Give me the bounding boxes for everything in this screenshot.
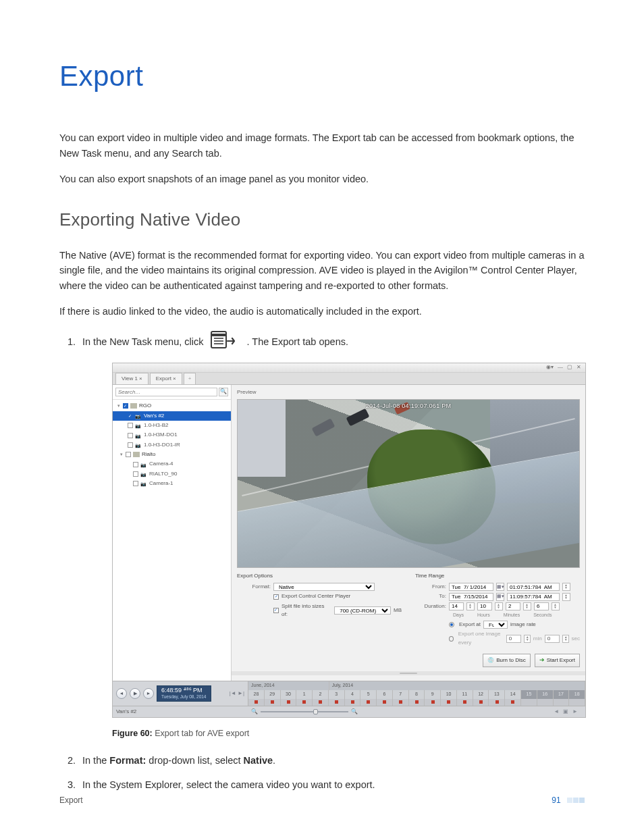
section-heading: Exporting Native Video [59,206,585,233]
from-date-input[interactable] [449,583,493,591]
timeline-track[interactable]: June, 2014 July, 2014 282930123456789101… [248,681,585,706]
duration-unit-labels: Days Hours Minutes Seconds [415,612,580,619]
export-task-icon [209,330,241,355]
duration-days[interactable] [449,602,464,610]
tree-camera[interactable]: RIALTO_90 [113,469,231,479]
section-paragraph-2: If there is audio linked to the video, t… [59,304,585,319]
tab-view1[interactable]: View 1 × [115,373,149,384]
tree-camera[interactable]: Camera-1 [113,479,231,488]
page-title: Export [59,54,585,98]
tab-bar: View 1 × Export × + [113,373,585,385]
export-player-label: Export Control Center Player [281,592,350,600]
tree-camera-selected[interactable]: Van's #2 [113,411,231,421]
tree-site[interactable]: ▾ Rialto [113,450,231,459]
figure-caption: Figure 60: Export tab for AVE export [112,727,585,740]
window-menu-icon[interactable]: ◉▾ [546,363,554,371]
tab-export[interactable]: Export × [150,373,182,384]
duration-minutes[interactable] [506,602,520,610]
preview-timestamp: 2014-Jul-08 04:19:07.061 PM [366,402,452,411]
search-icon[interactable]: 🔍 [219,388,228,396]
image-rate-select[interactable]: Full [483,621,508,629]
from-label: From: [415,583,446,591]
export-tab-screenshot: ◉▾ — ▢ ✕ View 1 × Export × + 🔍 [112,363,586,718]
step-1: In the New Task menu, click . The Export… [78,330,585,741]
system-explorer: 🔍 ▾ RGO Van's #2 1.0-H3-B2 [113,385,232,681]
start-export-button[interactable]: ➔Start Export [535,654,580,667]
tree-site[interactable]: ▾ RGO [113,401,231,411]
panel-resize-grip[interactable] [232,671,585,675]
every-spinner [524,635,531,643]
search-input[interactable] [115,388,217,396]
tree-camera[interactable]: 1.0-H3M-DO1 [113,430,231,440]
timeline-days[interactable]: 282930123456789101112131415161718 [248,690,585,699]
time-spinner[interactable] [562,583,570,591]
playback-prev-button[interactable]: ◄ [116,688,127,699]
footer-decoration [567,798,585,803]
dur-spinner[interactable] [523,602,531,610]
split-unit-label: MB [394,606,402,615]
tree-camera[interactable]: 1.0-H3-DO1-IR [113,440,231,450]
timeline-marker-icon[interactable]: ▣ [563,708,568,716]
zoom-slider[interactable] [261,711,348,712]
step-2: In the Format: drop-down list, select Na… [78,753,585,768]
page-number: 91 [552,796,560,805]
export-rate-radio[interactable] [449,622,454,627]
to-date-input[interactable] [449,593,493,601]
export-options-panel: Export Options Format: Native ✓ Export C… [237,572,402,649]
time-range-panel: Time Range From: ▦▾ To: [415,572,580,649]
every-spinner [562,635,569,643]
intro-paragraph-2: You can also export snapshots of an imag… [59,172,585,186]
tree-camera[interactable]: 1.0-H3-B2 [113,421,231,430]
split-file-checkbox[interactable]: ✓ [273,608,279,613]
to-time-input[interactable] [507,593,560,601]
every-min-input [506,635,521,643]
playback-next-button[interactable]: ► [143,688,154,699]
calendar-icon[interactable]: ▦▾ [496,593,504,601]
timeline: ◄ ▶ ► 6:48:59 ⁴⁸⁶ PM Tuesday, July 08, 2… [113,681,585,706]
tab-add[interactable]: + [184,373,196,384]
window-titlebar: ◉▾ — ▢ ✕ [113,363,585,373]
window-minimize-icon[interactable]: — [558,363,563,371]
dur-spinner[interactable] [466,602,475,610]
timeline-scroll-right-icon[interactable]: ► [572,708,578,716]
time-spinner[interactable] [562,593,570,601]
dur-spinner[interactable] [495,602,503,610]
duration-hours[interactable] [477,602,492,610]
playback-play-button[interactable]: ▶ [130,688,140,699]
footer-section-label: Export [59,794,83,807]
split-size-select[interactable]: 700 (CD-ROM) [334,606,391,615]
preview-label: Preview [232,385,585,398]
intro-paragraph-1: You can export video in multiple video a… [59,130,585,161]
dur-spinner[interactable] [552,602,560,610]
calendar-icon[interactable]: ▦▾ [496,583,504,591]
duration-seconds[interactable] [534,602,549,610]
zoom-in-icon[interactable]: 🔍 [351,708,358,716]
timeline-camera-label: Van's #2 [113,706,248,717]
split-file-label: Split file into sizes of: [281,602,331,619]
timeline-scroll-left-icon[interactable]: ◄ [554,708,559,716]
burn-to-disc-button[interactable]: 💿Burn to Disc [483,654,531,667]
window-maximize-icon[interactable]: ▢ [567,363,572,371]
from-time-input[interactable] [507,583,560,591]
step-3: In the System Explorer, select the camer… [78,777,585,792]
export-every-radio[interactable] [449,636,454,642]
format-select[interactable]: Native [273,583,375,591]
playback-time-display: 6:48:59 ⁴⁸⁶ PM Tuesday, July 08, 2014 [157,685,211,701]
export-player-checkbox[interactable]: ✓ [273,594,279,600]
to-label: To: [415,592,446,600]
section-paragraph-1: The Native (AVE) format is the recommend… [59,248,585,293]
timeline-jump-start-icon[interactable]: |◄ ►| [230,689,244,698]
zoom-out-icon[interactable]: 🔍 [251,708,258,716]
duration-label: Duration: [415,602,446,610]
tree-camera[interactable]: Camera-4 [113,459,231,469]
format-label: Format: [237,583,271,591]
every-sec-input [545,635,560,643]
camera-tree: ▾ RGO Van's #2 1.0-H3-B2 1.0-H3M-DO1 [113,400,231,681]
window-close-icon[interactable]: ✕ [576,363,581,371]
video-preview[interactable]: 2014-Jul-08 04:19:07.061 PM [237,399,580,568]
